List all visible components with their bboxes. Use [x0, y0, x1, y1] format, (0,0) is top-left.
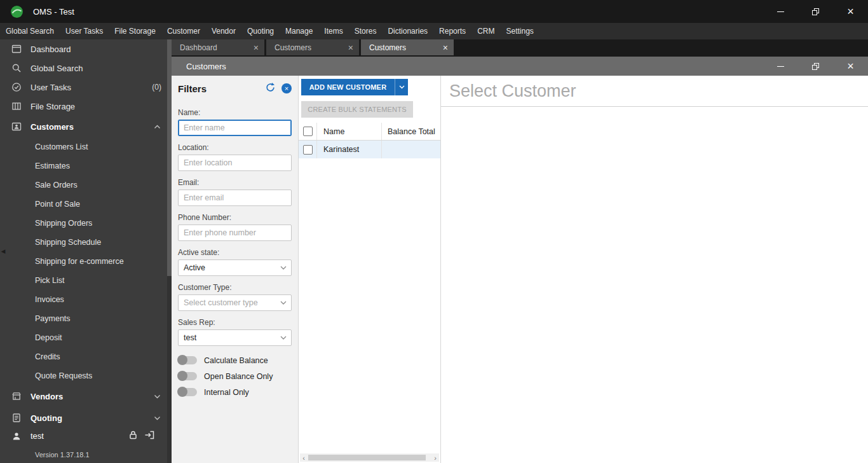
inner-maximize-button[interactable] [798, 57, 833, 76]
sidebar-item-quoting[interactable]: Quoting [0, 407, 172, 429]
active-state-label: Active state: [178, 248, 292, 257]
sidebar-subitem-label: Invoices [35, 295, 64, 304]
menu-item-reports[interactable]: Reports [433, 23, 471, 39]
customer-type-label: Customer Type: [178, 283, 292, 292]
sidebar-subitem-shipping-ecommerce[interactable]: Shipping for e-commerce [0, 252, 172, 271]
sidebar-subitem-label: Customers List [35, 142, 88, 151]
row-balance-cell [382, 141, 440, 158]
header-checkbox-cell [299, 123, 317, 140]
filters-header: Filters × [178, 76, 292, 101]
inner-minimize-button[interactable] [763, 57, 798, 76]
close-icon: × [847, 60, 854, 72]
add-customer-dropdown-button[interactable] [395, 79, 408, 95]
sidebar-subitem-quote-requests[interactable]: Quote Requests [0, 366, 172, 385]
sidebar-scrollbar[interactable] [167, 39, 172, 463]
scroll-right-arrow-icon[interactable]: › [431, 453, 439, 462]
sidebar-item-file-storage[interactable]: File Storage [0, 97, 172, 116]
tab-customers-1[interactable]: Customers × [266, 39, 359, 55]
sidebar-subitem-customers-list[interactable]: Customers List [0, 137, 172, 156]
sidebar-subitem-point-of-sale[interactable]: Point of Sale [0, 195, 172, 214]
menu-item-global-search[interactable]: Global Search [0, 23, 60, 39]
menu-item-customer[interactable]: Customer [161, 23, 206, 39]
customer-type-select[interactable]: Select customer type [178, 294, 292, 311]
menu-item-quoting[interactable]: Quoting [241, 23, 280, 39]
menu-bar: Global Search User Tasks File Storage Cu… [0, 23, 868, 39]
tab-customers-2[interactable]: Customers × [361, 39, 454, 55]
customer-type-placeholder: Select customer type [184, 298, 258, 307]
inner-window-titlebar: Customers × [172, 57, 868, 76]
column-header-balance-total[interactable]: Balance Total [382, 123, 440, 140]
sidebar-subitem-label: Quote Requests [35, 371, 92, 380]
name-input[interactable] [178, 120, 292, 136]
sidebar-subitem-deposit[interactable]: Deposit [0, 328, 172, 347]
menu-item-vendor[interactable]: Vendor [206, 23, 241, 39]
row-checkbox-cell [299, 141, 317, 158]
sales-rep-select[interactable]: test [178, 329, 292, 346]
sidebar-subitem-invoices[interactable]: Invoices [0, 290, 172, 309]
horizontal-scrollbar-thumb[interactable] [308, 455, 426, 460]
row-checkbox[interactable] [303, 145, 313, 155]
table-row[interactable]: Karinatest [299, 141, 440, 158]
user-icon [11, 431, 22, 441]
inner-window-controls: × [763, 57, 868, 76]
sidebar-subitem-shipping-schedule[interactable]: Shipping Schedule [0, 233, 172, 252]
refresh-icon[interactable] [265, 82, 276, 95]
sidebar-item-customers[interactable]: Customers [0, 116, 172, 137]
close-button[interactable]: × [833, 0, 868, 23]
sidebar-item-user-tasks[interactable]: User Tasks (0) [0, 78, 172, 97]
open-balance-only-toggle[interactable] [178, 372, 197, 380]
sidebar-item-vendors[interactable]: Vendors [0, 385, 172, 407]
sidebar-item-label: User Tasks [31, 83, 71, 92]
active-state-select[interactable]: Active [178, 259, 292, 276]
sidebar-subitem-label: Point of Sale [35, 200, 80, 209]
sidebar-subitem-credits[interactable]: Credits [0, 347, 172, 366]
menu-item-dictionaries[interactable]: Dictionaries [382, 23, 433, 39]
sidebar-item-label: File Storage [31, 102, 75, 111]
location-input[interactable] [178, 155, 292, 171]
logout-icon[interactable] [144, 430, 155, 442]
clear-filters-icon[interactable]: × [281, 83, 292, 93]
menu-item-stores[interactable]: Stores [349, 23, 383, 39]
sidebar-collapse-arrow[interactable]: ◀ [0, 245, 6, 257]
tab-close-icon[interactable]: × [443, 43, 448, 52]
menu-item-manage[interactable]: Manage [280, 23, 318, 39]
select-all-checkbox[interactable] [303, 127, 313, 136]
menu-item-user-tasks[interactable]: User Tasks [60, 23, 109, 39]
internal-only-toggle[interactable] [178, 388, 197, 396]
sidebar-item-dashboard[interactable]: Dashboard [0, 39, 172, 59]
column-header-name[interactable]: Name [317, 123, 382, 140]
horizontal-scrollbar[interactable]: ‹ › [300, 453, 439, 462]
scroll-left-arrow-icon[interactable]: ‹ [300, 453, 308, 462]
sidebar-item-global-search[interactable]: Global Search [0, 59, 172, 78]
menu-item-settings[interactable]: Settings [500, 23, 539, 39]
maximize-button[interactable] [798, 0, 833, 23]
sidebar-subitem-shipping-orders[interactable]: Shipping Orders [0, 214, 172, 233]
customers-icon [11, 121, 22, 132]
sidebar-scrollbar-thumb[interactable] [167, 39, 172, 276]
create-bulk-statements-button[interactable]: CREATE BULK STATEMENTS [301, 101, 413, 118]
inner-close-button[interactable]: × [833, 57, 868, 76]
chevron-down-icon [280, 336, 287, 340]
close-icon: × [847, 6, 854, 17]
tab-close-icon[interactable]: × [348, 43, 353, 52]
sales-rep-value: test [184, 333, 196, 342]
email-input[interactable] [178, 190, 292, 206]
add-new-customer-button[interactable]: ADD NEW CUSTOMER [301, 79, 395, 95]
app-window: OMS - Test × Global Search User Tasks Fi… [0, 0, 868, 463]
tab-dashboard[interactable]: Dashboard × [172, 39, 264, 55]
tab-close-icon[interactable]: × [254, 43, 259, 52]
select-customer-placeholder: Select Customer [449, 81, 576, 101]
menu-item-file-storage[interactable]: File Storage [109, 23, 161, 39]
sidebar-subitem-payments[interactable]: Payments [0, 309, 172, 328]
phone-input[interactable] [178, 225, 292, 241]
menu-item-items[interactable]: Items [318, 23, 348, 39]
sidebar-subitem-sale-orders[interactable]: Sale Orders [0, 176, 172, 195]
calculate-balance-toggle[interactable] [178, 356, 197, 364]
minimize-button[interactable] [763, 0, 798, 23]
sidebar-subitem-pick-list[interactable]: Pick List [0, 271, 172, 290]
sidebar-subitem-estimates[interactable]: Estimates [0, 156, 172, 176]
email-label: Email: [178, 178, 292, 187]
sidebar: Dashboard Global Search User Tasks (0) F… [0, 39, 172, 463]
menu-item-crm[interactable]: CRM [471, 23, 500, 39]
lock-icon[interactable] [128, 430, 138, 442]
